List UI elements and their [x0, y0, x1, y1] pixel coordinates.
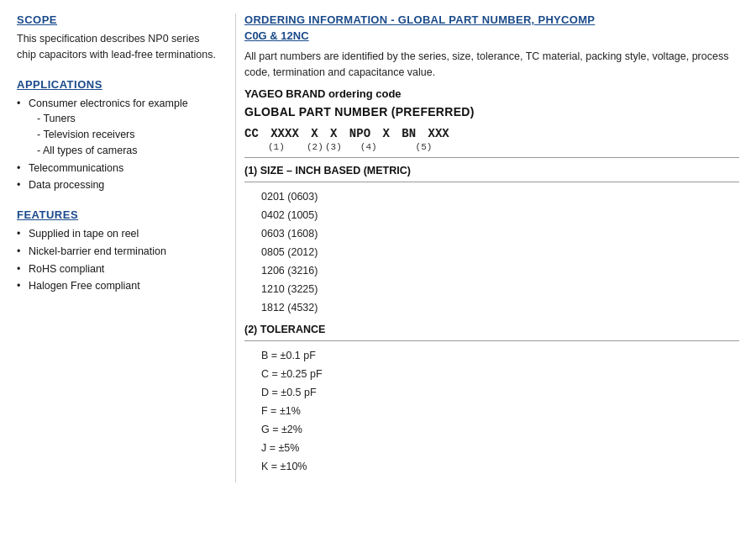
size-row: 0201 (0603) — [244, 187, 739, 206]
size-row: 0805 (2012) — [244, 243, 739, 261]
size-section: (1) SIZE – INCH BASED (METRIC) 0201 (060… — [244, 165, 739, 317]
size-row: 0402 (1005) — [244, 206, 739, 224]
size-row: 1812 (4532) — [244, 298, 739, 317]
applications-section: APPLICATIONS Consumer electronics for ex… — [17, 78, 218, 194]
tolerance-row: D = ±0.5 pF — [244, 383, 739, 402]
part-code-line2: (1) (2) (3) (4) (5) — [244, 142, 739, 152]
sub-list: Tuners Television receivers All types of… — [29, 111, 218, 158]
list-item: Consumer electronics for example Tuners … — [17, 96, 218, 159]
list-item: Supplied in tape on reel — [17, 226, 218, 242]
subtitle: C0G & 12NC — [244, 29, 739, 42]
tolerance-row: C = ±0.25 pF — [244, 365, 739, 383]
right-column: ORDERING INFORMATION - GLOBAL PART NUMBE… — [235, 13, 739, 482]
scope-section: SCOPE This specification describes NP0 s… — [17, 13, 218, 63]
list-item: Tuners — [29, 111, 218, 127]
tolerance-row: B = ±0.1 pF — [244, 346, 739, 365]
features-heading: FEATURES — [17, 208, 218, 221]
divider-3 — [244, 340, 739, 341]
list-item: All types of cameras — [29, 143, 218, 159]
size-title: (1) SIZE – INCH BASED (METRIC) — [244, 165, 739, 177]
divider-2 — [244, 182, 739, 182]
main-title: ORDERING INFORMATION - GLOBAL PART NUMBE… — [244, 13, 739, 26]
features-list: Supplied in tape on reel Nickel-barrier … — [17, 226, 218, 294]
part-code-line1: CC XXXX X X NPO X BN XXX — [244, 127, 739, 140]
list-item: RoHS compliant — [17, 261, 218, 277]
list-item: Telecommunications — [17, 161, 218, 177]
applications-list: Consumer electronics for example Tuners … — [17, 96, 218, 194]
tolerance-row: J = ±5% — [244, 439, 739, 457]
tolerance-title: (2) TOLERANCE — [244, 324, 739, 335]
list-item: Data processing — [17, 177, 218, 193]
global-part-label: GLOBAL PART NUMBER (PREFERRED) — [244, 105, 739, 119]
scope-heading: SCOPE — [17, 13, 218, 26]
features-section: FEATURES Supplied in tape on reel Nickel… — [17, 208, 218, 294]
tolerance-section: (2) TOLERANCE B = ±0.1 pF C = ±0.25 pF D… — [244, 324, 739, 476]
left-column: SCOPE This specification describes NP0 s… — [17, 13, 235, 482]
size-row: 1210 (3225) — [244, 280, 739, 298]
divider-1 — [244, 157, 739, 158]
size-row: 0603 (1608) — [244, 224, 739, 243]
ordering-desc: All part numbers are identified by the s… — [244, 49, 739, 81]
list-item: Nickel-barrier end termination — [17, 244, 218, 260]
tolerance-row: F = ±1% — [244, 402, 739, 420]
scope-text: This specification describes NP0 series … — [17, 31, 218, 63]
size-row: 1206 (3216) — [244, 261, 739, 280]
tolerance-row: G = ±2% — [244, 420, 739, 439]
list-item: Television receivers — [29, 127, 218, 143]
tolerance-row: K = ±10% — [244, 457, 739, 476]
brand-label: YAGEO BRAND ordering code — [244, 87, 739, 100]
part-number-diagram: CC XXXX X X NPO X BN XXX (1) (2) (3) (4)… — [244, 127, 739, 152]
applications-heading: APPLICATIONS — [17, 78, 218, 91]
list-item: Halogen Free compliant — [17, 278, 218, 294]
